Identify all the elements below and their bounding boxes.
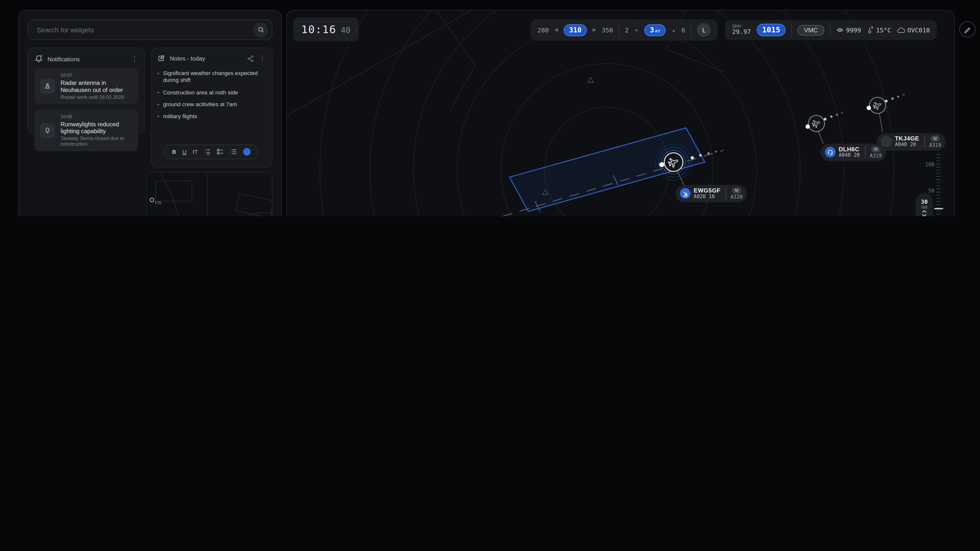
notification-time: 10:05 (60, 114, 132, 119)
notification-item[interactable]: 10:05 Runwaylights reduced lighting capa… (34, 110, 138, 151)
range-ruler: 100 50 30 NM (923, 154, 948, 216)
arrival-icon (680, 188, 690, 198)
cloud-icon (897, 27, 905, 33)
chevron-up-icon (922, 210, 927, 213)
aircraft-label-ewg5gf[interactable]: EWG5GFA026 16 MA320 (676, 185, 747, 202)
qnh-hpa[interactable]: 1015 (757, 24, 786, 36)
clock-time: 10:16 (301, 23, 336, 36)
checklist-button[interactable] (217, 149, 224, 155)
notifications-title: Notifications (48, 55, 80, 62)
notes-title: Notes - today (170, 55, 205, 62)
share-icon[interactable] (247, 55, 255, 62)
radar-map (287, 11, 954, 216)
notification-time: 10:07 (60, 73, 132, 78)
unassumed-icon (881, 137, 892, 147)
wind-spd-max: 6 (681, 27, 685, 33)
bell-icon (34, 54, 43, 63)
clock-seconds: 40 (341, 25, 350, 35)
qnh-inhg: 29.97 (732, 29, 751, 36)
search-icon (257, 26, 264, 33)
search-input[interactable] (35, 25, 253, 34)
notification-title: Radar antenna in Neuhausen out of order (60, 79, 132, 93)
radar-panel[interactable]: 10:16 40 280 ◀ 310 ▶ 350 2 ▼ 3KT ▲ 6 L (286, 10, 955, 216)
wind-spd-value[interactable]: 3KT (644, 24, 666, 36)
light-indicator[interactable]: L (697, 23, 711, 37)
wind-dir-max: 350 (602, 27, 613, 33)
pencil-icon (964, 25, 971, 33)
range-tick-50: 50 (928, 188, 934, 194)
notification-item[interactable]: 10:07 Radar antenna in Neuhausen out of … (34, 68, 138, 105)
minimap-widget[interactable]: FIS V V RESCU DEBKC TJK4GE DLH6C EWG5GF (146, 172, 272, 216)
wind-dir-value[interactable]: 310 (563, 24, 587, 36)
clock-widget: 10:16 40 (293, 17, 359, 41)
arrow-left-icon: ◀ (554, 27, 558, 32)
range-tick-100: 100 (925, 162, 934, 167)
flight-rules-badge[interactable]: VMC (798, 25, 824, 35)
headset-icon (825, 147, 835, 157)
note-bullet: ground crew acitivities at 7am (163, 101, 237, 108)
radar-target-dlh6c (806, 112, 843, 143)
chevron-down-icon (922, 214, 927, 216)
arrow-down-icon: ▼ (634, 28, 639, 32)
note-bullet: Construction area at noth side (163, 89, 238, 96)
bullet-list-button[interactable] (230, 149, 237, 155)
bold-button[interactable]: B (172, 149, 177, 155)
notes-format-toolbar: B U tT (164, 144, 259, 159)
search-button[interactable] (253, 22, 268, 37)
note-bullet: Significant weather changes expected dur… (163, 70, 266, 84)
notification-subtitle: Taxiway Sierra closed due to constructio… (60, 136, 132, 147)
note-bullet: military flights (163, 113, 197, 120)
notes-widget: Notes - today ⋮ •Significant weather cha… (150, 48, 272, 167)
notifications-widget: Notifications ⋮ 10:07 Radar antenna in N… (27, 48, 145, 134)
minimap-fix (150, 198, 154, 202)
ceiling-item: OVC018 (897, 27, 930, 33)
cone-icon (40, 79, 55, 94)
widgets-panel: Notifications ⋮ 10:07 Radar antenna in N… (18, 10, 282, 216)
weather-bar: 280 ◀ 310 ▶ 350 2 ▼ 3KT ▲ 6 L QNH 29.97 … (531, 19, 937, 41)
right-sidebar (955, 0, 980, 216)
minimap: FIS V V RESCU DEBKC TJK4GE DLH6C EWG5GF (147, 172, 272, 216)
notification-subtitle: Repair work until 28.02.2025 (60, 94, 132, 100)
thermometer-icon (867, 26, 873, 34)
textsize-button[interactable]: tT (193, 149, 198, 155)
wind-spd-min: 2 (625, 27, 628, 33)
wind-dir-min: 280 (538, 27, 549, 33)
temperature-item: 15°C (867, 26, 891, 34)
notifications-menu-button[interactable]: ⋮ (131, 55, 138, 62)
search-bar (27, 19, 272, 40)
eye-icon (836, 26, 843, 34)
wind-group: 280 ◀ 310 ▶ 350 2 ▼ 3KT ▲ 6 L (531, 19, 718, 41)
arrow-up-icon: ▲ (671, 28, 676, 32)
underline-button[interactable]: U (183, 149, 187, 155)
arrow-right-icon: ▶ (593, 27, 596, 32)
aircraft-label-dlh6c[interactable]: DLH6CA040 20 MA319 (821, 144, 886, 161)
notes-menu-button[interactable]: ⋮ (259, 55, 266, 62)
aircraft-label-tkj4ge[interactable]: TKJ4GEA040 20 MA319 (877, 133, 945, 150)
note-color-button[interactable] (243, 148, 251, 156)
range-selector[interactable]: 30 NM (915, 193, 933, 216)
visibility-item: 9999 (836, 26, 861, 34)
bulb-icon (40, 123, 55, 138)
tower-app: Notifications ⋮ 10:07 Radar antenna in N… (0, 0, 980, 216)
minimap-fix-label: FIS (155, 200, 161, 205)
numbered-list-button[interactable] (204, 149, 211, 155)
edit-layout-button[interactable] (959, 21, 975, 38)
metar-group: QNH 29.97 1015 VMC 9999 15°C OVC018 (725, 20, 937, 40)
edit-note-icon (157, 54, 165, 62)
notification-title: Runwaylights reduced lighting capability (60, 121, 132, 134)
radar-target-tkj4ge (867, 94, 905, 132)
